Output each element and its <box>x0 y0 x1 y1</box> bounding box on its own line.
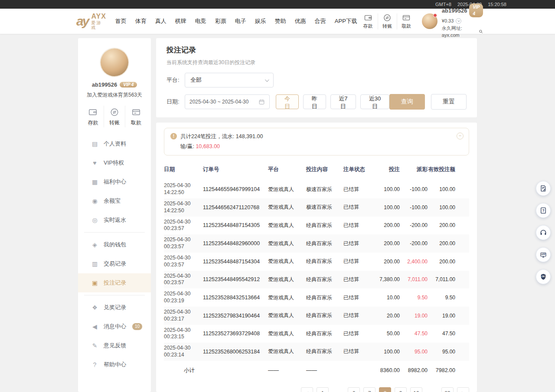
table-row: 2025-04-3000:23:57 1125235448487154305 爱… <box>164 217 469 235</box>
winloss-value: 10,683.00 <box>196 143 220 149</box>
bank-card-icon <box>131 107 141 117</box>
nav-item[interactable]: 体育 <box>134 16 148 27</box>
page-button[interactable]: > <box>457 387 469 392</box>
cell-platform: 爱游戏真人 <box>268 234 306 253</box>
cell-bet-amount: 200.00 <box>374 217 400 235</box>
platform-select[interactable]: 全部 <box>185 73 274 87</box>
cell-platform: 爱游戏真人 <box>268 198 306 217</box>
cell-date: 2025-04-3014:22:50 <box>164 180 203 198</box>
page-button[interactable]: 6 <box>348 387 360 392</box>
date-range-input[interactable]: 2025-04-30 ~ 2025-04-30 <box>185 94 270 109</box>
cell-date: 2025-04-3014:22:50 <box>164 198 203 217</box>
cell-bet-content: 极速百家乐 <box>306 198 343 217</box>
sidebar-transfer-action[interactable]: 转账 <box>104 106 125 127</box>
sidebar-menu-item[interactable]: ▤ 个人资料 <box>78 134 151 153</box>
permanent-url-label: 永久网址: ayx.com <box>442 25 477 39</box>
table-row: 2025-04-3000:23:57 1125235448495542912 爱… <box>164 271 469 289</box>
sidebar-menu-item[interactable]: ◈ 我的钱包 <box>78 235 151 254</box>
menu-item-icon: ◈ <box>91 242 98 248</box>
ok-shield-icon: OK <box>539 273 547 281</box>
page-button[interactable]: 1 <box>317 387 329 392</box>
site-logo[interactable]: ay AYX 爱游戏 <box>76 13 106 30</box>
sidebar-menu-item[interactable]: ◎ 实时返水 <box>78 211 151 230</box>
float-help-button[interactable]: ? <box>536 203 551 218</box>
cell-valid-amount: 95.00 <box>428 343 469 361</box>
page-button[interactable]: 9 <box>395 387 407 392</box>
float-app-download-button[interactable]: APP <box>536 247 551 262</box>
sidebar-menu-item[interactable]: ✎ 意见反馈 <box>78 336 151 355</box>
cell-platform: 爱游戏真人 <box>268 325 306 343</box>
refresh-balance-icon[interactable] <box>456 18 461 24</box>
quick-range-button[interactable]: 近7日 <box>330 94 356 109</box>
cell-bet-content: 极速百家乐 <box>306 180 343 198</box>
table-header-row: 日期订单号平台投注内容注单状态投注派彩有效投注额 <box>164 160 469 180</box>
subtotal-row: 小计 —— —— 8360.00 8982.00 7982.00 <box>164 361 469 380</box>
cell-platform: 爱游戏真人 <box>268 253 306 271</box>
summary-banner: ! 共计224笔投注，流水: 148,391.00 输/赢: 10,683.00… <box>164 128 469 156</box>
menu-item-icon: ▥ <box>91 261 98 267</box>
cell-payout: 95.00 <box>400 343 428 361</box>
page-button[interactable]: 7 <box>363 387 375 392</box>
sidebar-withdraw-action[interactable]: 取款 <box>125 106 147 127</box>
cell-date: 2025-04-3000:23:15 <box>164 325 203 343</box>
sidebar-menu-item[interactable]: ▥ 交易记录 <box>78 254 151 273</box>
transfer-action[interactable]: 转账 <box>378 13 397 29</box>
document-edit-icon <box>539 185 547 192</box>
nav-item[interactable]: 电子 <box>234 16 248 27</box>
page-button[interactable]: 10 <box>410 387 422 392</box>
sidebar-menu: ▤ 个人资料 ♥ VIP特权 ▦ 福利中心 <box>78 134 151 374</box>
cell-order-number: 1125446559467999104 <box>203 180 268 198</box>
sidebar-menu-item[interactable]: ❖ 兑奖记录 <box>78 298 151 317</box>
sidebar-menu-item[interactable]: ? 帮助中心 <box>78 355 151 374</box>
divider <box>84 295 145 295</box>
float-verify-button[interactable]: OK <box>536 269 551 284</box>
cell-payout: -100.00 <box>400 180 428 198</box>
reset-button[interactable]: 重置 <box>431 94 467 110</box>
nav-item[interactable]: 优惠 <box>294 16 307 27</box>
page-button[interactable]: … <box>332 387 344 392</box>
nav-item[interactable]: 合营 <box>313 16 327 27</box>
nav-item[interactable]: 电竞 <box>194 16 208 27</box>
headset-icon <box>539 229 547 236</box>
page-button[interactable]: ← <box>426 387 438 392</box>
float-customer-service-button[interactable] <box>536 225 551 240</box>
page-button[interactable]: < <box>301 387 313 392</box>
date-label: 日期: <box>166 98 185 106</box>
nav-item[interactable]: 真人 <box>154 16 168 27</box>
nav-item[interactable]: 首页 <box>114 16 128 27</box>
cell-order-number: 1125235273693729408 <box>203 325 268 343</box>
sidebar-menu-item[interactable]: ◀ 消息中心 10 <box>78 317 151 336</box>
cell-bet-content: 经典百家乐 <box>306 307 343 325</box>
avatar <box>101 49 128 76</box>
collapse-icon[interactable]: − <box>457 133 464 139</box>
search-button[interactable]: 查询 <box>389 94 425 110</box>
magnifier-icon[interactable] <box>479 29 483 34</box>
nav-item[interactable]: 娱乐 <box>254 16 268 27</box>
nav-item[interactable]: 棋牌 <box>174 16 188 27</box>
column-header: 有效投注额 <box>428 160 469 180</box>
sidebar-menu-item[interactable]: ◉ 余额宝 <box>78 191 151 211</box>
quick-range-button[interactable]: 今日 <box>276 94 299 109</box>
user-avatar[interactable] <box>422 13 437 29</box>
nav-item[interactable]: 赞助 <box>274 16 287 27</box>
sidebar-menu-item[interactable]: ▦ 福利中心 <box>78 172 151 191</box>
sidebar-menu-item[interactable]: ▣ 投注记录 <box>78 273 151 292</box>
page-button[interactable]: 23 <box>441 387 454 392</box>
withdraw-action[interactable]: 取款 <box>397 13 416 29</box>
menu-item-icon: ? <box>91 362 98 368</box>
deposit-action[interactable]: 存款 <box>359 13 378 29</box>
sidebar-menu-item[interactable]: ♥ VIP特权 <box>78 153 151 172</box>
nav-item[interactable]: 彩票 <box>214 16 228 27</box>
cell-platform: 爱游戏真人 <box>268 343 306 361</box>
float-contract-button[interactable] <box>536 181 551 196</box>
nav-item[interactable]: APP下载 <box>333 16 359 27</box>
quick-range-button[interactable]: 近30日 <box>360 94 389 109</box>
floating-toolbar: ? APP OK <box>536 181 551 284</box>
sidebar-deposit-action[interactable]: 存款 <box>82 106 104 127</box>
wallet-icon <box>88 107 98 117</box>
page-button[interactable]: 8 <box>379 387 391 392</box>
column-header: 注单状态 <box>343 160 374 180</box>
cell-order-number: 1125235448495542912 <box>203 271 268 289</box>
cell-platform: 爱游戏真人 <box>268 307 306 325</box>
quick-range-button[interactable]: 昨日 <box>303 94 326 109</box>
